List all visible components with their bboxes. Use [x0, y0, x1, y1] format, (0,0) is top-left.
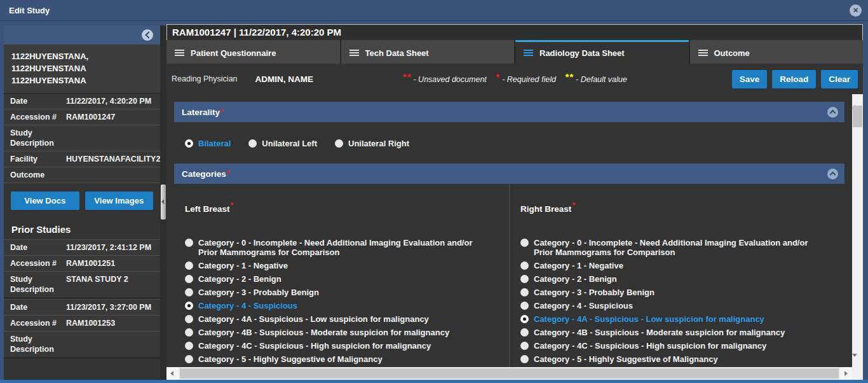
radio-button[interactable]	[185, 261, 193, 270]
horizontal-scroll-thumb[interactable]	[180, 368, 839, 379]
detail-label: Accession #	[10, 112, 66, 122]
radio-button[interactable]	[520, 342, 529, 350]
radio-button[interactable]	[185, 139, 193, 148]
radio-button[interactable]	[185, 342, 193, 350]
radio-button[interactable]	[520, 328, 529, 337]
laterality-option[interactable]: Unilateral Left	[248, 139, 317, 148]
horizontal-scrollbar[interactable]	[166, 367, 852, 380]
collapse-section-icon[interactable]	[827, 107, 838, 118]
right-breast-option[interactable]: Category - 2 - Benign	[520, 274, 829, 284]
detail-label: Date	[10, 96, 66, 106]
view-docs-button[interactable]: View Docs	[11, 192, 79, 210]
tab-radiology-data-sheet[interactable]: Radiology Data Sheet	[515, 40, 689, 64]
radio-label: Category - 5 - Highly Suggestive of Mali…	[534, 354, 718, 364]
radio-button[interactable]	[520, 239, 529, 247]
dialog-title: Edit Study	[9, 6, 50, 15]
left-breast-option[interactable]: Category - 5 - Highly Suggestive of Mali…	[185, 354, 494, 364]
radio-label: Category - 5 - Highly Suggestive of Mali…	[198, 354, 383, 364]
right-breast-option[interactable]: Category - 4B - Suspicious - Moderate su…	[520, 328, 829, 337]
radio-label: Unilateral Left	[262, 139, 317, 148]
splitter-handle-icon[interactable]	[161, 185, 166, 219]
left-breast-option[interactable]: Category - 4A - Suspicious - Low suspici…	[185, 314, 494, 324]
radio-button[interactable]	[520, 288, 529, 296]
radio-button[interactable]	[248, 139, 257, 148]
right-breast-option[interactable]: Category - 0 - Incomplete - Need Additio…	[520, 238, 829, 257]
collapse-sidebar-icon[interactable]	[142, 29, 153, 41]
right-breast-option[interactable]: Category - 4A - Suspicious - Low suspici…	[520, 314, 829, 324]
radio-button[interactable]	[185, 328, 193, 337]
detail-label: Outcome	[10, 170, 66, 180]
left-breast-option[interactable]: Category - 3 - Probably Benign	[185, 288, 494, 297]
left-breast-option[interactable]: Category - 4C - Suspicious - High suspic…	[185, 341, 494, 351]
vertical-scroll-thumb[interactable]	[853, 106, 862, 127]
detail-value: RAM1001251	[66, 258, 154, 268]
radio-label: Category - 3 - Probably Benign	[534, 288, 654, 297]
view-images-button[interactable]: View Images	[85, 192, 154, 210]
left-breast-option[interactable]: Category - 4B - Suspicious - Moderate su…	[185, 328, 494, 337]
left-breast-option[interactable]: Category - 0 - Incomplete - Need Additio…	[185, 238, 494, 257]
radio-label: Category - 0 - Incomplete - Need Additio…	[198, 238, 494, 257]
detail-row: Study DescriptionSTANA STUDY 2	[4, 271, 160, 297]
radio-button[interactable]	[520, 355, 529, 363]
radio-label: Unilateral Right	[348, 139, 409, 148]
section-title: Categories	[182, 169, 226, 179]
radio-button[interactable]	[335, 139, 343, 148]
scroll-right-icon[interactable]	[840, 367, 852, 380]
categories-section-header: Categories*	[174, 164, 844, 184]
laterality-option[interactable]: Unilateral Right	[335, 139, 409, 148]
left-breast-option[interactable]: Category - 4 - Suspicious	[185, 301, 494, 310]
tab-label: Radiology Data Sheet	[539, 48, 625, 58]
tab-patient-questionnaire[interactable]: Patient Questionnaire	[166, 40, 340, 64]
radio-button[interactable]	[520, 275, 529, 283]
scroll-down-icon[interactable]	[852, 357, 863, 367]
radio-label: Category - 4A - Suspicious - Low suspici…	[198, 314, 429, 324]
clear-button[interactable]: Clear	[821, 70, 858, 88]
laterality-option[interactable]: Bilateral	[185, 139, 231, 148]
save-button[interactable]: Save	[732, 70, 768, 88]
tab-label: Patient Questionnaire	[191, 48, 276, 58]
radio-button[interactable]	[520, 302, 529, 310]
right-breast-option[interactable]: Category - 4C - Suspicious - High suspic…	[520, 341, 829, 351]
radio-button[interactable]	[185, 315, 193, 323]
radio-button[interactable]	[185, 355, 193, 363]
radio-label: Category - 4A - Suspicious - Low suspici…	[534, 314, 764, 324]
tab-tech-data-sheet[interactable]: Tech Data Sheet	[341, 40, 515, 64]
radio-button[interactable]	[185, 275, 193, 283]
radio-label: Category - 0 - Incomplete - Need Additio…	[534, 238, 829, 257]
patient-name: 1122HUYENSTANA, 1122HUYENSTANA 1122HUYEN…	[4, 45, 160, 94]
radio-button[interactable]	[185, 302, 193, 310]
radio-button[interactable]	[520, 261, 529, 270]
collapse-section-icon[interactable]	[827, 169, 838, 179]
right-breast-option[interactable]: Category - 3 - Probably Benign	[520, 288, 829, 297]
reload-button[interactable]: Reload	[772, 70, 816, 88]
radio-label: Category - 4C - Suspicious - High suspic…	[534, 341, 766, 351]
prior-studies-list: Date11/23/2017, 2:41:12 PMAccession #RAM…	[4, 239, 160, 359]
category-column-left-breast: Left Breast*Category - 0 - Incomplete - …	[174, 184, 510, 367]
scroll-up-icon[interactable]	[852, 94, 863, 104]
required-asterisk: *	[231, 201, 234, 210]
column-title: Left Breast*	[185, 201, 494, 214]
right-breast-option[interactable]: Category - 1 - Negative	[520, 261, 829, 270]
sidebar-buttons: View Docs View Images	[4, 183, 160, 218]
close-icon[interactable]	[850, 4, 862, 17]
required-asterisk: *	[227, 169, 230, 178]
radio-button[interactable]	[185, 239, 193, 247]
tab-outcome[interactable]: Outcome	[690, 40, 864, 64]
detail-value: 11/23/2017, 3:27:00 PM	[66, 302, 154, 312]
left-breast-option[interactable]: Category - 1 - Negative	[185, 261, 494, 270]
vertical-scrollbar[interactable]	[852, 94, 863, 367]
radio-button[interactable]	[185, 288, 193, 296]
right-breast-option[interactable]: Category - 5 - Highly Suggestive of Mali…	[520, 354, 829, 364]
prior-study-entry[interactable]: Date11/23/2017, 3:27:00 PMAccession #RAM…	[4, 299, 160, 359]
menu-icon	[524, 48, 533, 57]
radio-button[interactable]	[520, 315, 529, 323]
toolbar-buttons: SaveReloadClear	[732, 70, 858, 88]
scroll-left-icon[interactable]	[166, 367, 179, 380]
right-breast-option[interactable]: Category - 4 - Suspicious	[520, 301, 829, 310]
prior-study-entry[interactable]: Date11/23/2017, 2:41:12 PMAccession #RAM…	[4, 239, 160, 299]
left-breast-option[interactable]: Category - 2 - Benign	[185, 274, 494, 284]
radio-label: Category - 4 - Suspicious	[534, 301, 633, 310]
menu-icon	[698, 48, 708, 57]
main-panel: RAM1001247 | 11/22/2017, 4:20:20 PM Pati…	[166, 24, 863, 380]
toolbar: Reading Physician ADMIN, NAME ** - Unsav…	[166, 64, 863, 94]
